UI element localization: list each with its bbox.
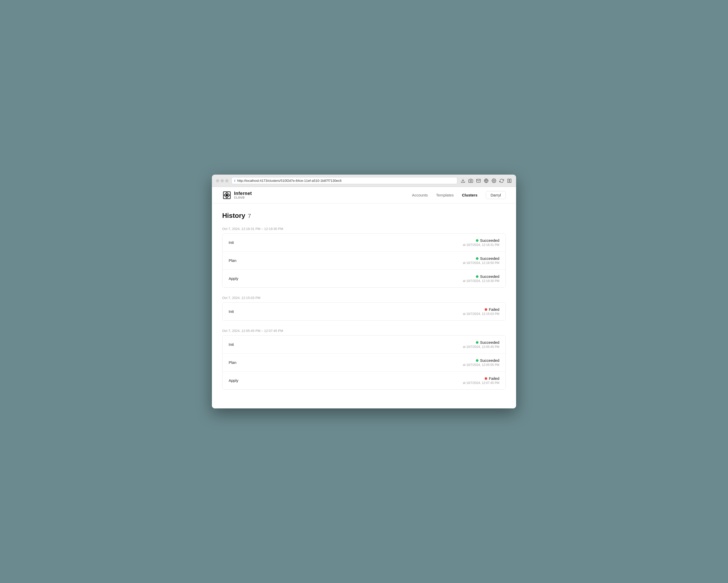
svg-rect-6	[510, 179, 511, 183]
svg-rect-5	[508, 179, 509, 183]
main-content: History 7 Oct 7, 2024, 12:18:31 PM – 12:…	[212, 203, 516, 406]
row-status: Succeeded at 10/7/2024, 12:05:55 PM	[463, 358, 499, 367]
page-title: History	[222, 212, 245, 220]
status-time: at 10/7/2024, 12:18:31 PM	[463, 243, 499, 247]
url-text: http://localhost:4173/clusters/510f2d7e-…	[237, 179, 342, 183]
nav-clusters[interactable]: Clusters	[462, 193, 477, 197]
table-row[interactable]: Plan Succeeded at 10/7/2024, 12:18:50 PM	[223, 252, 505, 270]
row-name: Init	[229, 240, 234, 245]
history-group-2: Oct 7, 2024, 12:15:03 PM Init Failed at …	[222, 296, 506, 321]
camera-icon[interactable]	[468, 178, 473, 183]
history-table-1: Init Succeeded at 10/7/2024, 12:18:31 PM…	[222, 233, 506, 288]
address-bar[interactable]: i http://localhost:4173/clusters/510f2d7…	[232, 177, 457, 184]
logo-icon	[222, 191, 232, 200]
settings-icon[interactable]	[491, 178, 496, 183]
row-name: Init	[229, 342, 234, 346]
history-table-2: Init Failed at 10/7/2024, 12:15:03 PM	[222, 302, 506, 321]
dot-green	[225, 179, 228, 182]
status-label: Succeeded	[476, 340, 499, 344]
row-name: Plan	[229, 360, 236, 365]
status-label: Succeeded	[476, 238, 499, 243]
status-dot-success	[476, 257, 478, 260]
logo-title: Infernet	[234, 191, 252, 196]
layout-icon[interactable]	[507, 178, 512, 183]
table-row[interactable]: Plan Succeeded at 10/7/2024, 12:05:55 PM	[223, 354, 505, 371]
group-date-1: Oct 7, 2024, 12:18:31 PM – 12:19:30 PM	[222, 227, 506, 231]
download-icon[interactable]	[461, 178, 466, 183]
row-status: Succeeded at 10/7/2024, 12:19:30 PM	[463, 274, 499, 283]
status-label: Failed	[485, 307, 499, 312]
status-label: Failed	[485, 376, 499, 381]
row-status: Failed at 10/7/2024, 12:15:03 PM	[463, 307, 499, 316]
group-date-3: Oct 7, 2024, 12:05:45 PM – 12:07:45 PM	[222, 329, 506, 333]
nav-templates[interactable]: Templates	[436, 193, 454, 197]
window-controls	[216, 179, 228, 182]
page-header: History 7	[222, 212, 506, 220]
table-row[interactable]: Init Failed at 10/7/2024, 12:15:03 PM	[223, 303, 505, 320]
status-dot-failed	[485, 377, 487, 380]
table-row[interactable]: Init Succeeded at 10/7/2024, 12:18:31 PM	[223, 233, 505, 252]
table-row[interactable]: Apply Succeeded at 10/7/2024, 12:19:30 P…	[223, 270, 505, 287]
status-time: at 10/7/2024, 12:18:50 PM	[463, 261, 499, 265]
svg-point-1	[470, 180, 471, 182]
row-status: Failed at 10/7/2024, 12:07:45 PM	[463, 376, 499, 385]
status-label: Succeeded	[476, 256, 499, 260]
page-count: 7	[248, 213, 251, 219]
browser-window: i http://localhost:4173/clusters/510f2d7…	[212, 174, 516, 409]
status-dot-success	[476, 239, 478, 242]
svg-marker-9	[225, 193, 229, 197]
status-label: Succeeded	[476, 274, 499, 279]
row-status: Succeeded at 10/7/2024, 12:18:50 PM	[463, 256, 499, 265]
row-name: Init	[229, 309, 234, 314]
status-time: at 10/7/2024, 12:07:45 PM	[463, 381, 499, 385]
status-dot-success	[476, 275, 478, 278]
row-name: Apply	[229, 378, 238, 383]
sync-icon[interactable]	[499, 178, 504, 183]
page-content: Infernet CLOUD Accounts Templates Cluste…	[212, 187, 516, 409]
history-group-3: Oct 7, 2024, 12:05:45 PM – 12:07:45 PM I…	[222, 329, 506, 390]
globe-icon[interactable]	[484, 178, 489, 183]
row-status: Succeeded at 10/7/2024, 12:18:31 PM	[463, 238, 499, 247]
status-dot-success	[476, 359, 478, 362]
status-time: at 10/7/2024, 12:05:55 PM	[463, 363, 499, 367]
svg-point-4	[493, 180, 495, 181]
info-icon: i	[234, 179, 235, 183]
logo-text: Infernet CLOUD	[234, 191, 252, 199]
logo-area: Infernet CLOUD	[222, 191, 252, 200]
status-time: at 10/7/2024, 12:05:45 PM	[463, 345, 499, 349]
navbar: Infernet CLOUD Accounts Templates Cluste…	[212, 187, 516, 203]
user-button[interactable]: Darryl	[486, 191, 506, 199]
row-status: Succeeded at 10/7/2024, 12:05:45 PM	[463, 340, 499, 349]
status-label: Succeeded	[476, 358, 499, 363]
logo-subtitle: CLOUD	[234, 196, 252, 199]
history-table-3: Init Succeeded at 10/7/2024, 12:05:45 PM…	[222, 335, 506, 390]
browser-actions	[461, 178, 512, 183]
status-dot-failed	[485, 308, 487, 311]
table-row[interactable]: Init Succeeded at 10/7/2024, 12:05:45 PM	[223, 336, 505, 354]
row-name: Plan	[229, 258, 236, 263]
table-row[interactable]: Apply Failed at 10/7/2024, 12:07:45 PM	[223, 371, 505, 389]
row-name: Apply	[229, 276, 238, 281]
browser-chrome: i http://localhost:4173/clusters/510f2d7…	[212, 174, 516, 187]
dot-red	[216, 179, 219, 182]
status-dot-success	[476, 341, 478, 344]
dot-yellow	[221, 179, 224, 182]
history-group-1: Oct 7, 2024, 12:18:31 PM – 12:19:30 PM I…	[222, 227, 506, 288]
mail-icon[interactable]	[476, 178, 481, 183]
status-time: at 10/7/2024, 12:19:30 PM	[463, 279, 499, 283]
group-date-2: Oct 7, 2024, 12:15:03 PM	[222, 296, 506, 300]
status-time: at 10/7/2024, 12:15:03 PM	[463, 312, 499, 316]
nav-accounts[interactable]: Accounts	[412, 193, 428, 197]
nav-links: Accounts Templates Clusters Darryl	[412, 191, 506, 199]
